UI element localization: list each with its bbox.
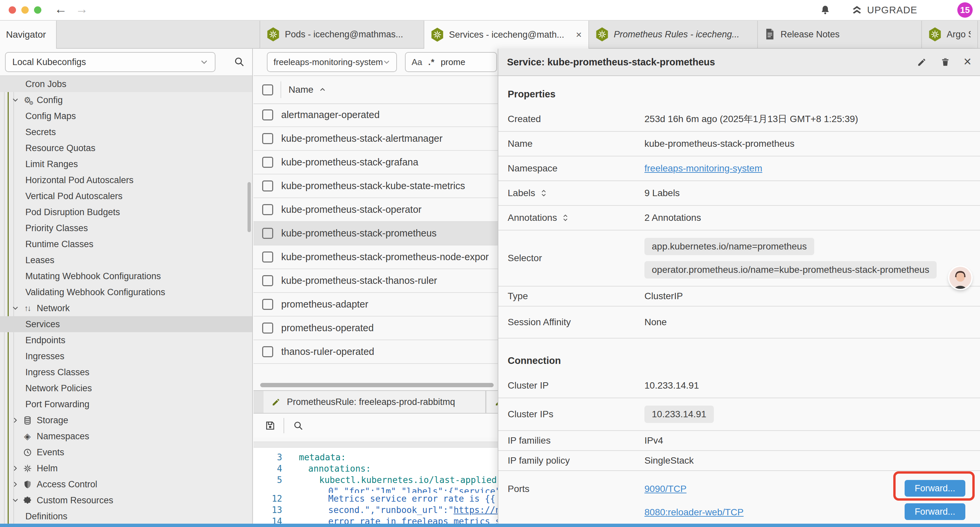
sidebar-item-config-maps[interactable]: Config Maps [0,108,252,124]
tab-services-icecheng-math[interactable]: Services - icecheng@math...× [424,21,589,49]
chevron-right-icon[interactable] [11,464,19,472]
sidebar-item-storage[interactable]: Storage [0,412,252,428]
table-row[interactable]: thanos-ruler-operated [253,340,498,364]
close-window-icon[interactable] [9,6,16,14]
row-checkbox[interactable] [262,157,273,168]
notification-count-badge[interactable]: 15 [957,2,973,18]
row-checkbox[interactable] [262,180,273,191]
table-row[interactable]: kube-prometheus-stack-thanos-ruler [253,269,498,293]
sidebar-item-events[interactable]: Events [0,444,252,460]
sidebar-item-validating-webhook-configurations[interactable]: Validating Webhook Configurations [0,284,252,300]
chevron-down-icon[interactable] [11,304,19,312]
regex-toggle[interactable]: .* [428,57,434,67]
search-icon[interactable] [234,56,245,67]
chevron-down-icon[interactable] [11,96,19,104]
sidebar-item-services[interactable]: Services [0,316,252,332]
table-row[interactable]: prometheus-operated [253,317,498,340]
sidebar-item-horizontal-pod-autoscalers[interactable]: Horizontal Pod Autoscalers [0,172,252,188]
editor-tab-prometheusrule[interactable]: PrometheusRule: freeleaps-prod-rabbitmq [264,391,486,413]
maximize-window-icon[interactable] [34,6,41,14]
sidebar-item-pod-disruption-budgets[interactable]: Pod Disruption Budgets [0,204,252,220]
notifications-bell-icon[interactable] [820,5,830,15]
table-row[interactable]: kube-prometheus-stack-kube-state-metrics [253,174,498,198]
row-checkbox[interactable] [262,228,273,239]
edit-pencil-icon[interactable] [917,57,927,67]
horizontal-scrollbar[interactable] [253,383,498,388]
row-checkbox[interactable] [262,323,273,334]
sort-toggle-icon[interactable] [562,213,569,222]
sidebar-item-config[interactable]: ⚙⚙Config [0,92,252,108]
search-in-editor-icon[interactable] [293,420,304,431]
sidebar-item-vertical-pod-autoscalers[interactable]: Vertical Pod Autoscalers [0,188,252,204]
tab-release-notes[interactable]: Release Notes [758,21,922,48]
sidebar-scrollbar[interactable] [248,182,251,232]
sidebar-item-custom-resources[interactable]: Custom Resources [0,492,252,508]
forward-icon[interactable]: → [75,2,88,16]
table-row[interactable]: kube-prometheus-stack-alertmanager [253,127,498,151]
row-checkbox[interactable] [262,204,273,215]
row-checkbox[interactable] [262,133,273,144]
sidebar-item-network-policies[interactable]: Network Policies [0,380,252,396]
sidebar-item-port-forwarding[interactable]: Port Forwarding [0,396,252,412]
table-row[interactable]: kube-prometheus-stack-prometheus-node-ex… [253,245,498,269]
row-checkbox[interactable] [262,346,273,357]
sidebar-item-namespaces[interactable]: ◈Namespaces [0,428,252,444]
port-link-9090-tcp[interactable]: 9090/TCP [644,484,686,494]
sidebar-item-secrets[interactable]: Secrets [0,124,252,140]
sidebar-item-access-control[interactable]: Access Control [0,476,252,492]
yaml-editor[interactable]: 3metadata:4annotations:5kubectl.kubernet… [253,447,498,524]
table-row[interactable]: prometheus-adapter [253,293,498,317]
sidebar-item-endpoints[interactable]: Endpoints [0,332,252,348]
table-row[interactable]: kube-prometheus-stack-operator [253,198,498,222]
edited-pencil-icon [272,397,281,407]
table-row[interactable]: kube-prometheus-stack-grafana [253,151,498,174]
forward-button[interactable]: Forward... [905,480,965,497]
row-checkbox[interactable] [262,252,273,263]
port-link-8080-reloader-web-tcp[interactable]: 8080:reloader-web/TCP [644,507,743,517]
back-icon[interactable]: ← [54,2,67,16]
save-icon[interactable] [265,420,275,431]
sidebar-item-helm[interactable]: Helm [0,460,252,476]
minimize-window-icon[interactable] [21,6,29,14]
sidebar-item-cron-jobs[interactable]: Cron Jobs [0,76,252,92]
forward-button[interactable]: Forward... [905,503,965,520]
row-checkbox[interactable] [262,299,273,310]
chevron-right-icon[interactable] [11,480,19,488]
sidebar-item-priority-classes[interactable]: Priority Classes [0,220,252,236]
upgrade-button[interactable]: UPGRADE [851,4,917,16]
sidebar-item-ingresses[interactable]: Ingresses [0,348,252,364]
tab-pods-icecheng-mathmas[interactable]: Pods - icecheng@mathmas... [259,21,424,48]
match-case-toggle[interactable]: Aa [412,57,422,67]
tab-navigator[interactable]: Navigator [0,21,57,49]
sort-toggle-icon[interactable] [540,189,547,197]
sidebar-item-ingress-classes[interactable]: Ingress Classes [0,364,252,380]
sidebar-item-resource-quotas[interactable]: Resource Quotas [0,140,252,156]
row-checkbox[interactable] [262,110,273,120]
table-row[interactable]: kube-prometheus-stack-prometheus [253,222,498,245]
kubeconfig-select[interactable]: Local Kubeconfigs [5,52,215,72]
select-all-checkbox[interactable] [262,84,273,96]
namespace-link[interactable]: freeleaps-monitoring-system [644,163,762,174]
chevron-down-icon[interactable] [11,496,19,504]
sort-ascending-icon[interactable] [319,86,326,93]
namespace-select[interactable]: freeleaps-monitoring-system [267,52,397,72]
column-name-header[interactable]: Name [288,84,313,95]
sidebar-item-mutating-webhook-configurations[interactable]: Mutating Webhook Configurations [0,268,252,284]
user-avatar[interactable] [949,267,971,289]
sidebar-item-runtime-classes[interactable]: Runtime Classes [0,236,252,252]
close-tab-icon[interactable]: × [576,29,582,40]
sidebar-item-network[interactable]: ↑↓Network [0,300,252,316]
close-icon[interactable]: × [964,55,971,68]
sidebar-item-definitions[interactable]: Definitions [0,508,252,524]
name-filter-input[interactable]: Aa .* prome [405,52,497,72]
delete-trash-icon[interactable] [940,57,950,67]
tab-prometheus-rules-icecheng[interactable]: Prometheus Rules - icecheng... [589,21,758,48]
row-checkbox[interactable] [262,275,273,286]
line-number: 13 [253,504,282,516]
sidebar-item-limit-ranges[interactable]: Limit Ranges [0,156,252,172]
tab-argo-se[interactable]: Argo Se [922,21,978,48]
chevron-right-icon[interactable] [11,416,19,424]
table-row[interactable]: alertmanager-operated [253,103,498,127]
sidebar-item-leases[interactable]: Leases [0,252,252,268]
editor-tab-next[interactable] [487,391,498,413]
